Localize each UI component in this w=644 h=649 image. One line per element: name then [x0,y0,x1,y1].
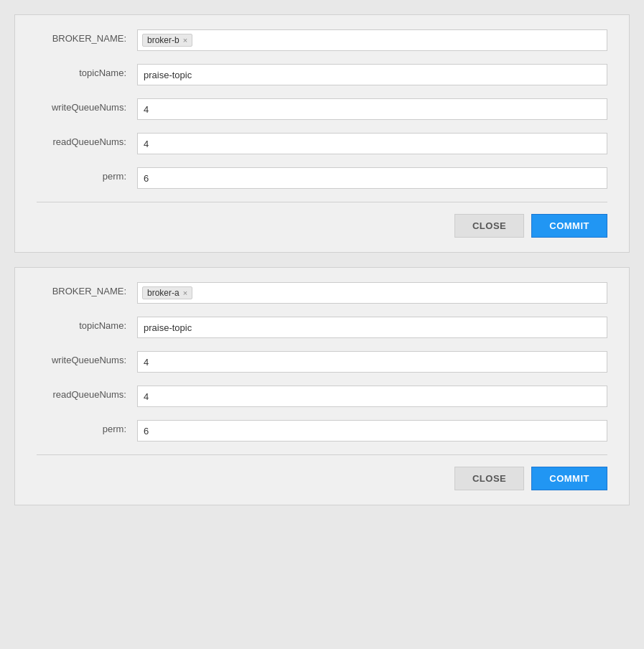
broker-name-row-2: BROKER_NAME: broker-a × [37,282,607,304]
broker-tag-text-1: broker-b [147,35,179,45]
topic-name-input-wrapper-1 [137,64,607,85]
topic-name-label-2: topicName: [37,317,137,331]
read-queue-label-1: readQueueNums: [37,133,137,147]
perm-label-1: perm: [37,167,137,182]
topic-name-input-2[interactable] [137,317,607,338]
read-queue-input-1[interactable] [137,133,607,154]
broker-tag-close-2[interactable]: × [183,289,187,297]
broker-name-label-1: BROKER_NAME: [37,29,137,44]
write-queue-input-2[interactable] [137,351,607,373]
perm-input-wrapper-2 [137,420,607,442]
topic-name-label-1: topicName: [37,64,137,78]
write-queue-label-2: writeQueueNums: [37,351,137,365]
commit-button-2[interactable]: COMMIT [531,467,607,490]
broker-tag-close-1[interactable]: × [183,37,187,45]
broker-tag-input-1[interactable]: broker-b × [137,29,607,51]
form-panel-broker-a: BROKER_NAME: broker-a × topicName: write… [14,267,630,505]
broker-name-row-1: BROKER_NAME: broker-b × [37,29,607,51]
broker-name-input-wrapper-1: broker-b × [137,29,607,51]
divider-1 [37,202,607,202]
broker-tag-input-2[interactable]: broker-a × [137,282,607,304]
divider-2 [37,454,607,455]
broker-name-input-wrapper-2: broker-a × [137,282,607,304]
button-row-2: CLOSE COMMIT [37,467,607,490]
perm-input-wrapper-1 [137,167,607,189]
write-queue-input-wrapper-2 [137,351,607,373]
topic-name-row-2: topicName: [37,317,607,338]
read-queue-input-wrapper-1 [137,133,607,154]
read-queue-input-2[interactable] [137,386,607,407]
broker-name-label-2: BROKER_NAME: [37,282,137,297]
write-queue-row-1: writeQueueNums: [37,98,607,120]
read-queue-label-2: readQueueNums: [37,386,137,400]
page-container: BROKER_NAME: broker-b × topicName: write… [0,0,644,534]
topic-name-row-1: topicName: [37,64,607,85]
read-queue-input-wrapper-2 [137,386,607,407]
broker-tag-text-2: broker-a [147,288,179,298]
read-queue-row-1: readQueueNums: [37,133,607,154]
perm-input-2[interactable] [137,420,607,442]
commit-button-1[interactable]: COMMIT [531,214,607,238]
perm-row-2: perm: [37,420,607,442]
topic-name-input-wrapper-2 [137,317,607,338]
broker-tag-1: broker-b × [142,34,192,47]
perm-label-2: perm: [37,420,137,434]
broker-tag-2: broker-a × [142,286,192,299]
write-queue-input-wrapper-1 [137,98,607,120]
close-button-2[interactable]: CLOSE [454,467,524,490]
topic-name-input-1[interactable] [137,64,607,85]
close-button-1[interactable]: CLOSE [454,214,524,238]
perm-row-1: perm: [37,167,607,189]
read-queue-row-2: readQueueNums: [37,386,607,407]
form-panel-broker-b: BROKER_NAME: broker-b × topicName: write… [14,14,630,253]
write-queue-row-2: writeQueueNums: [37,351,607,373]
button-row-1: CLOSE COMMIT [37,214,607,238]
write-queue-label-1: writeQueueNums: [37,98,137,113]
write-queue-input-1[interactable] [137,98,607,120]
perm-input-1[interactable] [137,167,607,189]
